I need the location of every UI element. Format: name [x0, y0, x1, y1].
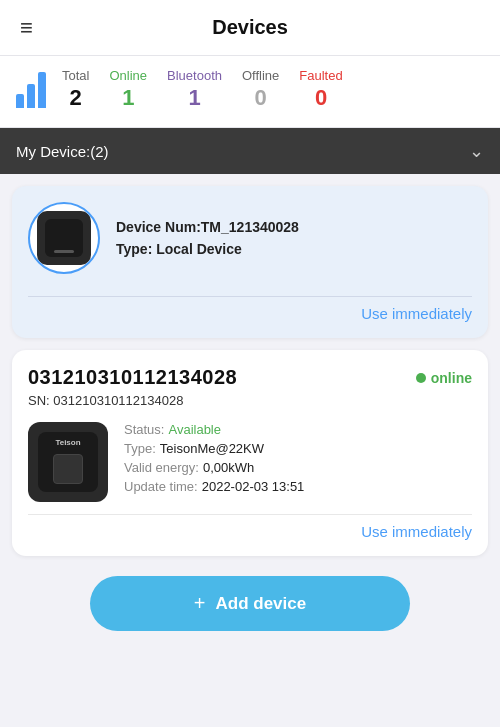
local-use-immediately-button[interactable]: Use immediately — [28, 305, 472, 322]
type-label: Type: — [124, 441, 156, 456]
add-device-button[interactable]: + Add device — [90, 576, 410, 631]
device-group-header[interactable]: My Device:(2) ⌄ — [0, 128, 500, 174]
device-props: Status: Available Type: TeisonMe@22KW Va… — [124, 422, 472, 502]
status-value: Available — [168, 422, 221, 437]
status-label: Status: — [124, 422, 164, 437]
chevron-down-icon: ⌄ — [469, 140, 484, 162]
online-device-top: 031210310112134028 online — [28, 366, 472, 389]
prop-update: Update time: 2022-02-03 13:51 — [124, 479, 472, 494]
stats-items: Total 2 Online 1 Bluetooth 1 Offline 0 F… — [62, 68, 484, 111]
sn-label: SN: — [28, 393, 50, 408]
local-device-icon-wrapper — [28, 202, 100, 274]
bluetooth-label: Bluetooth — [167, 68, 222, 83]
stat-faulted: Faulted 0 — [299, 68, 342, 111]
online-badge-text: online — [431, 370, 472, 386]
stats-bar: Total 2 Online 1 Bluetooth 1 Offline 0 F… — [0, 56, 500, 128]
prop-status: Status: Available — [124, 422, 472, 437]
menu-icon[interactable]: ≡ — [20, 15, 33, 41]
local-device-image — [37, 211, 91, 265]
stat-offline: Offline 0 — [242, 68, 279, 111]
device-group-label: My Device:(2) — [16, 143, 109, 160]
chart-icon — [16, 72, 46, 108]
online-device-id: 031210310112134028 — [28, 366, 237, 389]
add-device-section: + Add device — [0, 568, 500, 655]
online-dot-icon — [416, 373, 426, 383]
online-value: 1 — [122, 85, 134, 111]
type-value: TeisonMe@22KW — [160, 441, 264, 456]
plus-icon: + — [194, 592, 206, 615]
page-title: Devices — [212, 16, 288, 39]
prop-energy: Valid energy: 0,00kWh — [124, 460, 472, 475]
update-label: Update time: — [124, 479, 198, 494]
stat-online: Online 1 — [109, 68, 147, 111]
online-badge: online — [416, 370, 472, 386]
local-device-info: Device Num:TM_121340028 Type: Local Devi… — [116, 219, 472, 257]
device-num-value: TM_121340028 — [201, 219, 299, 235]
online-device-image — [28, 422, 108, 502]
offline-value: 0 — [255, 85, 267, 111]
bluetooth-value: 1 — [188, 85, 200, 111]
stat-bluetooth: Bluetooth 1 — [167, 68, 222, 111]
header: ≡ Devices — [0, 0, 500, 56]
device-details-row: Status: Available Type: TeisonMe@22KW Va… — [28, 422, 472, 502]
stat-total: Total 2 — [62, 68, 89, 111]
sn-value: 031210310112134028 — [53, 393, 183, 408]
card-divider-1 — [28, 296, 472, 297]
device-num-label: Device Num: — [116, 219, 201, 235]
faulted-value: 0 — [315, 85, 327, 111]
online-use-immediately-button[interactable]: Use immediately — [28, 523, 472, 540]
update-value: 2022-02-03 13:51 — [202, 479, 305, 494]
device-type-value: Local Device — [156, 241, 242, 257]
online-device-card: 031210310112134028 online SN: 0312103101… — [12, 350, 488, 556]
card-divider-2 — [28, 514, 472, 515]
offline-label: Offline — [242, 68, 279, 83]
device-num-row: Device Num:TM_121340028 — [116, 219, 472, 235]
local-device-card: Device Num:TM_121340028 Type: Local Devi… — [12, 186, 488, 338]
online-label: Online — [109, 68, 147, 83]
energy-label: Valid energy: — [124, 460, 199, 475]
add-device-label: Add device — [215, 594, 306, 614]
total-value: 2 — [70, 85, 82, 111]
faulted-label: Faulted — [299, 68, 342, 83]
total-label: Total — [62, 68, 89, 83]
device-type-label: Type: — [116, 241, 152, 257]
prop-type: Type: TeisonMe@22KW — [124, 441, 472, 456]
energy-value: 0,00kWh — [203, 460, 254, 475]
device-type-row: Type: Local Device — [116, 241, 472, 257]
device-sn-row: SN: 031210310112134028 — [28, 393, 472, 408]
